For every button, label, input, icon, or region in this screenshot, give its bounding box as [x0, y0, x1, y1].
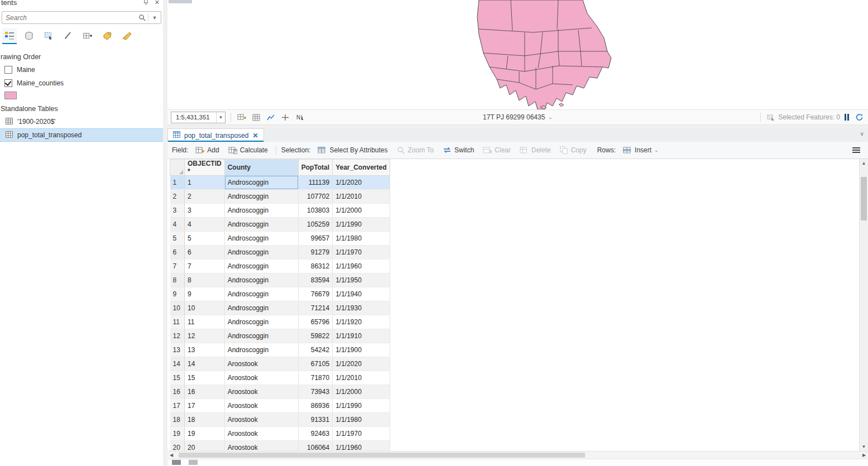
county-cell[interactable]: Aroostook	[224, 371, 298, 385]
poptotal-cell[interactable]: 67105	[298, 357, 332, 371]
poptotal-cell[interactable]: 91279	[298, 246, 332, 260]
poptotal-cell[interactable]: 76679	[298, 287, 332, 301]
row-number-cell[interactable]: 13	[170, 343, 185, 357]
list-by-drawing-order-icon[interactable]	[2, 28, 17, 44]
layer-item-maine-counties[interactable]: Maine_counties	[0, 76, 163, 90]
county-cell[interactable]: Androscoggin	[224, 204, 298, 218]
list-by-perspective-icon[interactable]	[119, 28, 134, 44]
close-icon[interactable]: ✕	[155, 0, 160, 7]
refresh-icon[interactable]	[853, 112, 865, 123]
list-by-labeling-icon[interactable]	[100, 28, 114, 44]
map-coordinates[interactable]: 17T PJ 69299 06435 ⌄	[483, 113, 553, 121]
column-header-county[interactable]: County	[224, 160, 298, 176]
table-grid-icon[interactable]	[251, 112, 262, 123]
objectid-cell[interactable]: 10	[185, 301, 225, 315]
year-cell[interactable]: 1/1/2010	[333, 371, 390, 385]
delete-button[interactable]: Delete	[517, 145, 554, 156]
tab-pop-total-transposed[interactable]: pop_total_transposed ✕	[167, 128, 264, 142]
scroll-down-icon[interactable]: ▼	[860, 443, 868, 451]
chart-icon[interactable]	[265, 112, 276, 123]
vertical-scroll-thumb[interactable]	[861, 177, 867, 220]
year-cell[interactable]: 1/1/2020	[333, 357, 390, 371]
list-by-snapping-icon[interactable]	[80, 28, 95, 44]
insert-row-button[interactable]: Insert ⌄	[620, 145, 661, 156]
objectid-cell[interactable]: 20	[185, 441, 225, 451]
row-number-cell[interactable]: 15	[170, 371, 185, 385]
layer-checkbox-maine-counties[interactable]	[4, 79, 12, 87]
objectid-cell[interactable]: 8	[185, 273, 225, 287]
objectid-cell[interactable]: 3	[185, 204, 225, 218]
year-cell[interactable]: 1/1/1960	[333, 260, 390, 273]
row-number-cell[interactable]: 17	[170, 399, 185, 413]
row-number-cell[interactable]: 19	[170, 427, 185, 441]
list-by-selection-icon[interactable]	[41, 28, 56, 44]
poptotal-cell[interactable]: 111139	[298, 176, 332, 190]
poptotal-cell[interactable]: 86936	[298, 399, 332, 413]
row-number-cell[interactable]: 5	[170, 232, 185, 246]
county-cell[interactable]: Aroostook	[224, 385, 298, 399]
objectid-cell[interactable]: 16	[185, 385, 225, 399]
objectid-cell[interactable]: 11	[185, 315, 225, 329]
objectid-cell[interactable]: 18	[185, 413, 225, 427]
vertical-scrollbar[interactable]: ▲ ▼	[859, 159, 868, 451]
county-cell[interactable]: Androscoggin	[224, 246, 298, 260]
copy-button[interactable]: Copy	[557, 145, 589, 156]
poptotal-cell[interactable]: 106064	[298, 441, 332, 451]
year-cell[interactable]: 1/1/1910	[333, 329, 390, 343]
layer-item-maine[interactable]: Maine	[0, 63, 163, 76]
table-item-1900-2020[interactable]: '1900-2020$'	[0, 115, 163, 128]
objectid-cell[interactable]: 17	[185, 399, 225, 413]
year-cell[interactable]: 1/1/2010	[333, 190, 390, 204]
county-cell[interactable]: Androscoggin	[224, 343, 298, 357]
row-number-cell[interactable]: 6	[170, 246, 185, 260]
row-number-cell[interactable]: 7	[170, 260, 185, 273]
row-number-cell[interactable]: 18	[170, 413, 185, 427]
table-menu-icon[interactable]	[852, 147, 864, 153]
objectid-cell[interactable]: 9	[185, 287, 225, 301]
row-number-cell[interactable]: 1	[170, 176, 185, 190]
search-icon[interactable]	[136, 14, 148, 21]
tab-close-icon[interactable]: ✕	[252, 132, 258, 140]
calculate-button[interactable]: Calculate	[226, 145, 271, 156]
layer-checkbox-maine[interactable]	[4, 66, 12, 74]
poptotal-cell[interactable]: 86312	[298, 260, 332, 273]
poptotal-cell[interactable]: 92463	[298, 427, 332, 441]
scale-dropdown-chevron-icon[interactable]: ▼	[216, 112, 225, 123]
corner-header-cell[interactable]	[170, 160, 185, 176]
horizontal-scrollbar[interactable]: ◀ ▶	[167, 451, 868, 459]
year-cell[interactable]: 1/1/1960	[333, 441, 390, 451]
year-cell[interactable]: 1/1/1920	[333, 315, 390, 329]
county-cell[interactable]: Androscoggin	[224, 287, 298, 301]
row-number-cell[interactable]: 20	[170, 441, 185, 451]
year-cell[interactable]: 1/1/1980	[333, 232, 390, 246]
poptotal-cell[interactable]: 65796	[298, 315, 332, 329]
year-cell[interactable]: 1/1/1970	[333, 246, 390, 260]
scroll-right-icon[interactable]: ▶	[860, 453, 868, 458]
year-cell[interactable]: 1/1/2000	[333, 204, 390, 218]
objectid-cell[interactable]: 14	[185, 357, 225, 371]
county-cell[interactable]: Androscoggin	[224, 176, 298, 190]
clear-button[interactable]: Clear	[480, 145, 514, 156]
year-cell[interactable]: 1/1/1980	[333, 413, 390, 427]
row-number-cell[interactable]: 2	[170, 190, 185, 204]
row-number-cell[interactable]: 10	[170, 301, 185, 315]
county-cell[interactable]: Aroostook	[224, 413, 298, 427]
county-cell[interactable]: Androscoggin	[224, 315, 298, 329]
select-by-attributes-button[interactable]: Select By Attributes	[315, 145, 390, 156]
table-item-pop-total-transposed[interactable]: pop_total_transposed	[0, 128, 163, 142]
north-arrow-icon[interactable]: N	[294, 112, 305, 123]
row-number-cell[interactable]: 4	[170, 218, 185, 232]
poptotal-cell[interactable]: 71870	[298, 371, 332, 385]
objectid-cell[interactable]: 13	[185, 343, 225, 357]
county-cell[interactable]: Androscoggin	[224, 273, 298, 287]
objectid-cell[interactable]: 19	[185, 427, 225, 441]
switch-button[interactable]: Switch	[440, 145, 477, 156]
poptotal-cell[interactable]: 105259	[298, 218, 332, 232]
county-cell[interactable]: Aroostook	[224, 357, 298, 371]
add-field-button[interactable]: Add	[193, 145, 222, 156]
county-cell[interactable]: Androscoggin	[224, 190, 298, 204]
objectid-cell[interactable]: 4	[185, 218, 225, 232]
objectid-cell[interactable]: 7	[185, 260, 225, 273]
objectid-cell[interactable]: 1	[185, 176, 225, 190]
scroll-left-icon[interactable]: ◀	[167, 453, 175, 458]
